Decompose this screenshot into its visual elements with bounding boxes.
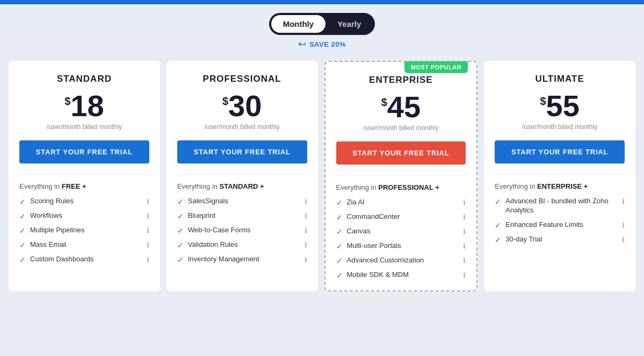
- info-icon[interactable]: ℹ: [463, 271, 466, 279]
- feature-item: ✓ Zia AI ℹ: [336, 198, 466, 207]
- feature-item: ✓ Canvas ℹ: [336, 227, 466, 236]
- yearly-toggle-btn[interactable]: Yearly: [325, 15, 373, 33]
- price-amount-professional: 30: [228, 91, 262, 121]
- info-icon[interactable]: ℹ: [305, 197, 307, 205]
- feature-text: Inventory Management: [188, 255, 259, 264]
- info-icon[interactable]: ℹ: [305, 212, 307, 220]
- feature-left: ✓ Multi-user Portals: [336, 241, 464, 251]
- check-icon: ✓: [177, 241, 184, 250]
- cta-btn-enterprise[interactable]: START YOUR FREE TRIAL: [336, 141, 466, 165]
- check-icon: ✓: [177, 212, 184, 220]
- info-icon[interactable]: ℹ: [463, 213, 466, 221]
- feature-left: ✓ Advanced Customization: [336, 256, 464, 265]
- info-icon[interactable]: ℹ: [622, 236, 625, 244]
- plan-billing-enterprise: /user/month billed monthly: [336, 124, 466, 132]
- feature-text: Workflows: [30, 211, 62, 220]
- feature-text: Multiple Pipelines: [30, 226, 84, 235]
- plan-price-standard: $ 18: [19, 91, 149, 121]
- toggle-section: Monthly Yearly ↩ SAVE 20%: [0, 4, 644, 54]
- feature-text: CommandCenter: [347, 212, 400, 222]
- info-icon[interactable]: ℹ: [622, 221, 625, 229]
- feature-left: ✓ Zia AI: [336, 198, 464, 207]
- feature-text: Custom Dashboards: [30, 255, 94, 264]
- info-icon[interactable]: ℹ: [147, 241, 149, 249]
- feature-left: ✓ SalesSignals: [177, 197, 305, 206]
- info-icon[interactable]: ℹ: [463, 257, 466, 265]
- divider-ultimate: [495, 174, 625, 175]
- cta-btn-professional[interactable]: START YOUR FREE TRIAL: [177, 140, 307, 163]
- plan-card-professional: PROFESSIONAL $ 30 /user/month billed mon…: [167, 61, 318, 291]
- check-icon: ✓: [495, 221, 501, 230]
- feature-left: ✓ CommandCenter: [336, 212, 464, 222]
- feature-text: Mobile SDK & MDM: [347, 270, 409, 280]
- info-icon[interactable]: ℹ: [305, 255, 307, 264]
- check-icon: ✓: [177, 226, 184, 235]
- check-icon: ✓: [177, 197, 184, 206]
- check-icon: ✓: [177, 255, 184, 264]
- plan-card-standard: STANDARD $ 18 /user/month billed monthly…: [9, 61, 160, 291]
- info-icon[interactable]: ℹ: [463, 242, 466, 250]
- feature-item: ✓ Validation Rules ℹ: [177, 240, 307, 250]
- info-icon[interactable]: ℹ: [147, 212, 149, 220]
- check-icon: ✓: [495, 197, 501, 206]
- feature-item: ✓ SalesSignals ℹ: [177, 197, 307, 206]
- plan-price-enterprise: $ 45: [336, 92, 466, 122]
- info-icon[interactable]: ℹ: [147, 255, 149, 264]
- feature-item: ✓ Advanced Customization ℹ: [336, 256, 466, 265]
- check-icon: ✓: [336, 242, 343, 251]
- price-dollar-ultimate: $: [540, 95, 546, 108]
- monthly-toggle-btn[interactable]: Monthly: [271, 15, 326, 33]
- plan-price-ultimate: $ 55: [495, 91, 625, 121]
- check-icon: ✓: [336, 271, 343, 280]
- feature-text: Advanced BI - bundled with Zoho Analytic…: [505, 197, 622, 215]
- cta-btn-ultimate[interactable]: START YOUR FREE TRIAL: [495, 140, 625, 163]
- info-icon[interactable]: ℹ: [305, 241, 307, 249]
- plan-card-enterprise: MOST POPULARENTERPRISE $ 45 /user/month …: [324, 61, 478, 291]
- feature-text: Advanced Customization: [347, 256, 424, 265]
- feature-text: Zia AI: [347, 198, 365, 207]
- feature-left: ✓ Validation Rules: [177, 240, 305, 250]
- feature-left: ✓ Mobile SDK & MDM: [336, 270, 464, 280]
- billing-toggle[interactable]: Monthly Yearly: [269, 13, 375, 35]
- feature-item: ✓ Mobile SDK & MDM ℹ: [336, 270, 466, 280]
- check-icon: ✓: [336, 227, 343, 236]
- price-amount-standard: 18: [70, 91, 104, 121]
- feature-text: Canvas: [347, 227, 371, 236]
- feature-left: ✓ Enhanced Feature Limits: [495, 220, 622, 230]
- feature-item: ✓ CommandCenter ℹ: [336, 212, 466, 222]
- feature-item: ✓ Custom Dashboards ℹ: [19, 255, 149, 264]
- info-icon[interactable]: ℹ: [622, 197, 625, 205]
- feature-left: ✓ Custom Dashboards: [19, 255, 147, 264]
- check-icon: ✓: [19, 226, 26, 235]
- info-icon[interactable]: ℹ: [463, 227, 466, 236]
- feature-item: ✓ Multiple Pipelines ℹ: [19, 226, 149, 235]
- feature-list-enterprise: ✓ Zia AI ℹ ✓ CommandCenter ℹ ✓ Canvas ℹ …: [336, 198, 466, 280]
- feature-left: ✓ Blueprint: [177, 211, 305, 220]
- plan-card-ultimate: ULTIMATE $ 55 /user/month billed monthly…: [484, 61, 635, 291]
- save-arrow-icon: ↩: [297, 38, 307, 51]
- plan-name-ultimate: ULTIMATE: [495, 74, 625, 84]
- info-icon[interactable]: ℹ: [305, 226, 307, 234]
- feature-left: ✓ Inventory Management: [177, 255, 305, 264]
- feature-item: ✓ Mass Email ℹ: [19, 240, 149, 250]
- feature-item: ✓ 30-day Trial ℹ: [495, 235, 625, 244]
- feature-text: SalesSignals: [188, 197, 228, 206]
- info-icon[interactable]: ℹ: [147, 197, 149, 205]
- feature-text: Web-to-Case Forms: [188, 226, 251, 235]
- check-icon: ✓: [19, 212, 26, 220]
- feature-item: ✓ Enhanced Feature Limits ℹ: [495, 220, 625, 230]
- feature-left: ✓ Advanced BI - bundled with Zoho Analyt…: [495, 197, 622, 215]
- feature-left: ✓ Scoring Rules: [19, 197, 147, 206]
- cta-btn-standard[interactable]: START YOUR FREE TRIAL: [19, 140, 149, 163]
- feature-left: ✓ Web-to-Case Forms: [177, 226, 305, 235]
- plan-name-enterprise: ENTERPRISE: [336, 75, 466, 86]
- check-icon: ✓: [495, 236, 501, 244]
- plan-billing-professional: /user/month billed monthly: [177, 123, 307, 131]
- info-icon[interactable]: ℹ: [147, 226, 149, 234]
- info-icon[interactable]: ℹ: [463, 198, 466, 207]
- feature-list-standard: ✓ Scoring Rules ℹ ✓ Workflows ℹ ✓ Multip…: [19, 197, 149, 264]
- save-text: SAVE 20%: [309, 40, 346, 48]
- everything-in-enterprise: Everything in PROFESSIONAL +: [336, 183, 466, 191]
- feature-left: ✓ Canvas: [336, 227, 464, 236]
- feature-left: ✓ Workflows: [19, 211, 147, 220]
